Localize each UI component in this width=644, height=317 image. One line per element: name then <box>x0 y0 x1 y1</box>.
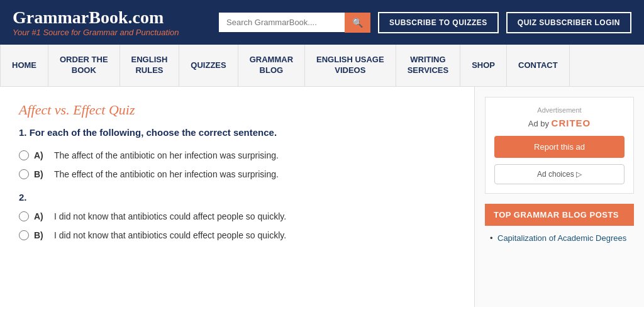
nav-item-order[interactable]: ORDER THE BOOK <box>48 45 120 86</box>
q2-option-a: A) I did not know that antibiotics could… <box>19 211 455 221</box>
q2-option-b: B) I did not know that antibiotics could… <box>19 230 455 240</box>
blog-posts-title: TOP GRAMMAR BLOG POSTS <box>485 204 634 226</box>
nav-item-quizzes[interactable]: QUIZZES <box>179 45 238 86</box>
q1-radio-a[interactable] <box>19 150 29 160</box>
nav-item-contact[interactable]: CONTACT <box>507 45 570 86</box>
logo-title[interactable]: GrammarBook.com <box>13 8 179 28</box>
blog-post-item[interactable]: Capitalization of Academic Degrees <box>487 233 634 243</box>
ad-section: Advertisement Ad by CRITEO Report this a… <box>485 97 634 194</box>
logo-area: GrammarBook.com Your #1 Source for Gramm… <box>13 8 179 37</box>
q2-text-a: I did not know that antibiotics could af… <box>54 211 286 221</box>
search-button[interactable]: 🔍 <box>345 13 370 33</box>
search-input[interactable] <box>219 13 345 32</box>
blog-posts-section: TOP GRAMMAR BLOG POSTS Capitalization of… <box>485 204 634 243</box>
q1-text-a: The affect of the antibiotic on her infe… <box>54 150 279 160</box>
report-ad-button[interactable]: Report this ad <box>494 136 625 158</box>
sidebar: Advertisement Ad by CRITEO Report this a… <box>474 87 644 307</box>
question-1-text: 1. For each of the following, choose the… <box>19 127 455 138</box>
q1-option-b: B) The effect of the antibiotic on her i… <box>19 169 455 179</box>
q2-letter-b: B) <box>34 230 47 240</box>
nav-item-english-rules[interactable]: ENGLISH RULES <box>120 45 180 86</box>
content-area: Affect vs. Effect Quiz 1. For each of th… <box>0 87 474 307</box>
main-layout: Affect vs. Effect Quiz 1. For each of th… <box>0 87 644 307</box>
quiz-title-text: Affect vs. Effect Quiz <box>19 102 135 118</box>
login-button[interactable]: QUIZ SUBSCRIBER LOGIN <box>506 12 631 33</box>
navigation: HOME ORDER THE BOOK ENGLISH RULES QUIZZE… <box>0 45 644 87</box>
nav-item-english-usage[interactable]: ENGLISH USAGE VIDEOS <box>305 45 396 86</box>
nav-item-grammar-blog[interactable]: GRAMMAR BLOG <box>238 45 305 86</box>
q1-radio-b[interactable] <box>19 169 29 179</box>
q1-text-b: The effect of the antibiotic on her infe… <box>54 169 279 179</box>
search-icon: 🔍 <box>352 18 363 28</box>
ad-by-text: Ad by <box>528 119 549 128</box>
logo-subtitle: Your #1 Source for Grammar and Punctuati… <box>13 28 179 37</box>
nav-item-home[interactable]: HOME <box>0 45 48 86</box>
ad-brand: CRITEO <box>552 118 591 128</box>
nav-item-writing-services[interactable]: WRITING SERVICES <box>396 45 461 86</box>
q1-option-a: A) The affect of the antibiotic on her i… <box>19 150 455 160</box>
q2-text-b: I did not know that antibiotics could ef… <box>54 230 286 240</box>
question-1-block: A) The affect of the antibiotic on her i… <box>19 150 455 179</box>
header-right: 🔍 SUBSCRIBE TO QUIZZES QUIZ SUBSCRIBER L… <box>219 12 631 33</box>
q2-radio-b[interactable] <box>19 230 29 240</box>
subscribe-button[interactable]: SUBSCRIBE TO QUIZZES <box>378 12 499 33</box>
question-2-label: 2. <box>19 192 455 203</box>
q2-radio-a[interactable] <box>19 211 29 221</box>
ad-choices-button[interactable]: Ad choices ▷ <box>494 164 625 184</box>
header: GrammarBook.com Your #1 Source for Gramm… <box>0 0 644 45</box>
question-2-block: A) I did not know that antibiotics could… <box>19 211 455 240</box>
quiz-title: Affect vs. Effect Quiz <box>19 102 455 118</box>
nav-item-shop[interactable]: SHOP <box>460 45 507 86</box>
q1-letter-b: B) <box>34 169 47 179</box>
q1-letter-a: A) <box>34 150 47 160</box>
ad-by: Ad by CRITEO <box>494 118 625 128</box>
ad-label: Advertisement <box>494 106 625 114</box>
search-form: 🔍 <box>219 13 370 33</box>
blog-posts-list: Capitalization of Academic Degrees <box>485 233 634 243</box>
q2-letter-a: A) <box>34 211 47 221</box>
